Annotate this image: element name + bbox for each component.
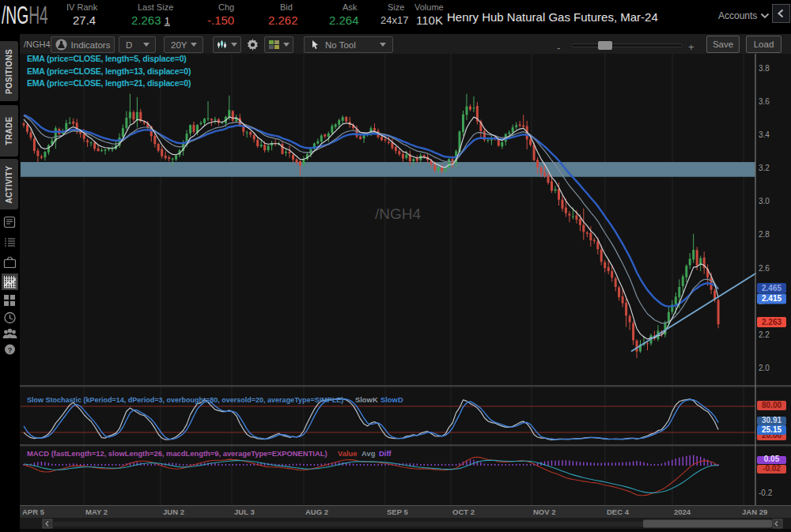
svg-text:MACD (fastLength=12, slowLengt: MACD (fastLength=12, slowLength=26, macd… — [27, 449, 327, 458]
svg-text:3.8: 3.8 — [759, 64, 770, 73]
svg-text:Diff: Diff — [379, 449, 392, 458]
svg-text:SlowD: SlowD — [380, 395, 403, 404]
svg-text:Avg: Avg — [361, 449, 376, 458]
svg-text:2.6: 2.6 — [759, 264, 770, 273]
svg-text:2.415: 2.415 — [762, 294, 782, 303]
svg-text:30.91: 30.91 — [762, 416, 782, 424]
svg-text:OCT 2: OCT 2 — [452, 507, 475, 516]
svg-text:JAN 29: JAN 29 — [742, 507, 767, 516]
svg-text:DEC 4: DEC 4 — [607, 507, 630, 516]
svg-text:JUN 2: JUN 2 — [163, 507, 184, 516]
svg-text:/NGH4: /NGH4 — [375, 206, 422, 222]
svg-text:2.2: 2.2 — [759, 330, 770, 339]
svg-text:3.2: 3.2 — [759, 164, 770, 172]
svg-text:-0.2: -0.2 — [759, 489, 773, 497]
svg-text:3.4: 3.4 — [759, 130, 770, 139]
svg-text:NOV 2: NOV 2 — [533, 507, 556, 516]
svg-text:EMA (price=CLOSE, length=5, di: EMA (price=CLOSE, length=5, displace=0) — [27, 54, 187, 63]
svg-text:25.15: 25.15 — [762, 425, 782, 434]
svg-text:EMA (price=CLOSE, length=21, d: EMA (price=CLOSE, length=21, displace=0) — [27, 78, 191, 88]
svg-text:SlowK: SlowK — [355, 395, 378, 404]
svg-text:Slow Stochastic (kPeriod=14, d: Slow Stochastic (kPeriod=14, dPeriod=3, … — [27, 396, 343, 404]
svg-text:MAY 2: MAY 2 — [85, 507, 108, 516]
svg-text:2.263: 2.263 — [762, 318, 782, 326]
svg-text:80.00: 80.00 — [762, 401, 782, 409]
svg-text:-0.02: -0.02 — [763, 464, 781, 473]
svg-text:APR 5: APR 5 — [22, 507, 45, 516]
svg-text:SEP 5: SEP 5 — [387, 507, 408, 516]
svg-text:?: ? — [8, 346, 13, 354]
svg-text:0.05: 0.05 — [764, 455, 780, 463]
svg-text:3.6: 3.6 — [759, 97, 770, 106]
svg-text:2.8: 2.8 — [759, 230, 770, 239]
svg-text:JUL 3: JUL 3 — [234, 507, 255, 516]
svg-text:2024: 2024 — [674, 507, 691, 516]
svg-text:EMA (price=CLOSE, length=13, d: EMA (price=CLOSE, length=13, displace=0) — [27, 66, 191, 76]
svg-text:2.0: 2.0 — [759, 364, 770, 372]
svg-text:Value: Value — [338, 449, 358, 458]
svg-text:2.465: 2.465 — [762, 284, 782, 292]
svg-text:3.0: 3.0 — [759, 197, 770, 206]
svg-text:AUG 2: AUG 2 — [305, 507, 328, 516]
